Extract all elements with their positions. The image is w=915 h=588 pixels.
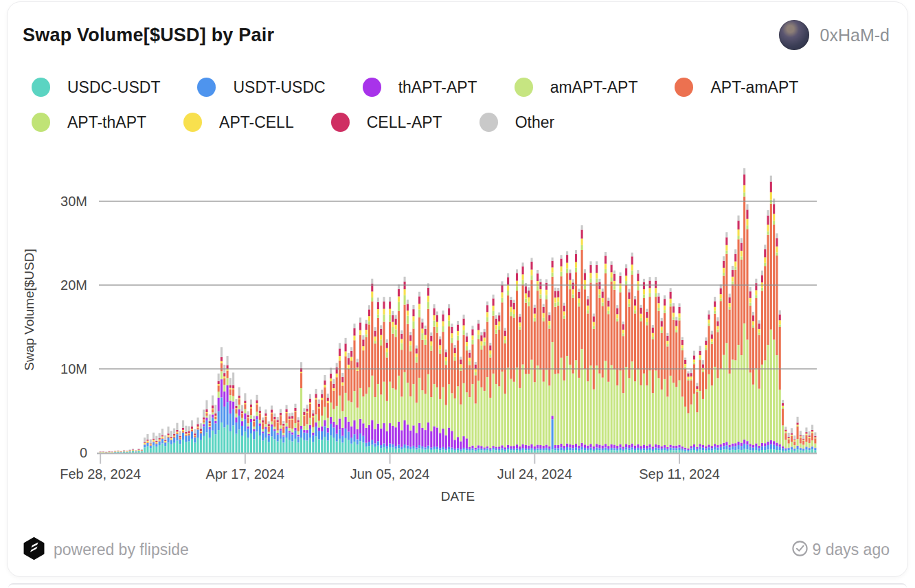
bar-segment-usdc-usdt[interactable] [389, 447, 391, 453]
bar-segment-usdc-usdt[interactable] [359, 441, 361, 453]
bar-segment-apt-amapt[interactable] [152, 441, 155, 442]
bar-segment-cell-apt[interactable] [291, 416, 293, 419]
bar-segment-amapt-apt[interactable] [720, 369, 722, 444]
bar-segment-apt-amapt[interactable] [782, 409, 784, 425]
bar-segment-cell-apt[interactable] [324, 381, 326, 385]
bar-segment-usdt-usdc[interactable] [289, 433, 291, 440]
bar-segment-amapt-apt[interactable] [398, 376, 400, 422]
bar-segment-other[interactable] [229, 378, 231, 385]
bar-segment-apt-thapt[interactable] [427, 302, 429, 308]
bar-segment-apt-thapt[interactable] [536, 286, 539, 291]
bar-segment-cell-apt[interactable] [516, 273, 518, 280]
bar-segment-cell-apt[interactable] [741, 243, 743, 251]
bar-segment-apt-thapt[interactable] [761, 288, 763, 291]
bar-segment-other[interactable] [589, 261, 591, 264]
bar-segment-usdt-usdc[interactable] [327, 433, 329, 441]
bar-segment-cell-apt[interactable] [634, 299, 636, 305]
bar-segment-usdc-usdt[interactable] [457, 450, 459, 453]
bar-segment-other[interactable] [212, 396, 214, 406]
bar-segment-amapt-apt[interactable] [690, 405, 692, 446]
bar-segment-usdt-usdc[interactable] [678, 448, 680, 450]
bar-segment-cell-apt[interactable] [227, 365, 229, 369]
bar-segment-usdt-usdc[interactable] [661, 449, 663, 451]
bar-segment-amapt-apt[interactable] [412, 384, 414, 425]
bar-segment-usdt-usdc[interactable] [332, 427, 335, 438]
bar-segment-apt-thapt[interactable] [386, 352, 388, 358]
bar-segment-cell-apt[interactable] [445, 352, 447, 357]
bar-segment-apt-cell[interactable] [519, 322, 521, 326]
bar-segment-usdc-usdt[interactable] [743, 449, 745, 453]
bar-segment-apt-amapt[interactable] [398, 311, 400, 376]
bar-segment-thapt-apt[interactable] [477, 445, 479, 448]
bar-segment-usdt-usdc[interactable] [141, 451, 143, 452]
bar-segment-apt-amapt[interactable] [256, 405, 258, 412]
bar-segment-cell-apt[interactable] [330, 374, 332, 378]
bar-segment-usdc-usdt[interactable] [504, 451, 506, 453]
bar-segment-apt-thapt[interactable] [741, 256, 743, 260]
bar-segment-cell-apt[interactable] [214, 414, 216, 416]
bar-segment-other[interactable] [146, 434, 148, 440]
legend-item-amapt-apt[interactable]: amAPT-APT [515, 78, 638, 97]
bar-segment-thapt-apt[interactable] [289, 431, 291, 432]
bar-segment-thapt-apt[interactable] [578, 446, 580, 449]
bar-segment-apt-thapt[interactable] [646, 322, 648, 325]
bar-segment-apt-thapt[interactable] [628, 304, 630, 307]
bar-segment-apt-amapt[interactable] [365, 337, 368, 394]
bar-segment-other[interactable] [277, 417, 279, 420]
bar-segment-cell-apt[interactable] [191, 427, 193, 429]
bar-segment-other[interactable] [247, 411, 249, 415]
bar-segment-usdt-usdc[interactable] [209, 429, 211, 438]
bar-segment-usdt-usdc[interactable] [563, 449, 565, 451]
bar-segment-thapt-apt[interactable] [468, 447, 471, 449]
bar-segment-usdt-usdc[interactable] [353, 434, 355, 442]
bar-segment-other[interactable] [418, 292, 420, 297]
bar-segment-apt-amapt[interactable] [168, 437, 170, 438]
bar-segment-amapt-apt[interactable] [793, 445, 795, 449]
bar-segment-usdc-usdt[interactable] [534, 451, 536, 453]
bar-segment-apt-amapt[interactable] [743, 196, 745, 323]
bar-segment-other[interactable] [241, 405, 243, 411]
bar-segment-apt-amapt[interactable] [253, 422, 255, 427]
bar-segment-apt-cell[interactable] [170, 438, 172, 440]
bar-segment-usdt-usdc[interactable] [607, 449, 609, 451]
bar-segment-apt-thapt[interactable] [448, 321, 450, 326]
bar-segment-apt-cell[interactable] [705, 345, 707, 348]
bar-segment-usdt-usdc[interactable] [560, 447, 562, 450]
bar-segment-cell-apt[interactable] [729, 297, 731, 303]
bar-segment-cell-apt[interactable] [643, 282, 645, 289]
bar-segment-thapt-apt[interactable] [687, 449, 689, 450]
bar-segment-usdt-usdc[interactable] [150, 446, 152, 448]
bar-segment-apt-amapt[interactable] [699, 360, 701, 391]
bar-segment-usdc-usdt[interactable] [714, 450, 716, 453]
bar-segment-other[interactable] [619, 272, 621, 275]
bar-segment-cell-apt[interactable] [495, 319, 497, 325]
bar-segment-cell-apt[interactable] [554, 291, 556, 298]
bar-segment-apt-cell[interactable] [205, 412, 207, 413]
bar-segment-other[interactable] [129, 449, 131, 450]
bar-segment-amapt-apt[interactable] [312, 427, 314, 433]
bar-segment-amapt-apt[interactable] [214, 419, 216, 420]
bar-segment-other[interactable] [670, 288, 672, 291]
bar-segment-apt-thapt[interactable] [708, 323, 710, 326]
bar-segment-apt-thapt[interactable] [468, 361, 471, 365]
bar-segment-apt-thapt[interactable] [729, 307, 731, 310]
bar-segment-usdt-usdc[interactable] [708, 447, 710, 450]
bar-segment-amapt-apt[interactable] [519, 388, 521, 446]
bar-segment-thapt-apt[interactable] [528, 446, 530, 449]
bar-segment-apt-amapt[interactable] [729, 310, 731, 374]
bar-segment-apt-amapt[interactable] [628, 307, 630, 378]
bar-segment-thapt-apt[interactable] [412, 425, 414, 446]
bar-segment-cell-apt[interactable] [657, 296, 659, 303]
bar-segment-apt-cell[interactable] [404, 289, 406, 295]
bar-segment-other[interactable] [501, 281, 503, 284]
bar-segment-apt-cell[interactable] [569, 280, 571, 285]
bar-segment-cell-apt[interactable] [513, 303, 515, 309]
bar-segment-apt-cell[interactable] [353, 336, 355, 341]
bar-segment-apt-amapt[interactable] [247, 418, 249, 423]
bar-segment-usdt-usdc[interactable] [776, 446, 778, 450]
bar-segment-usdt-usdc[interactable] [741, 446, 743, 450]
bar-segment-cell-apt[interactable] [357, 362, 359, 368]
bar-segment-amapt-apt[interactable] [784, 440, 787, 448]
bar-segment-apt-amapt[interactable] [484, 346, 486, 391]
bar-segment-cell-apt[interactable] [341, 377, 343, 383]
